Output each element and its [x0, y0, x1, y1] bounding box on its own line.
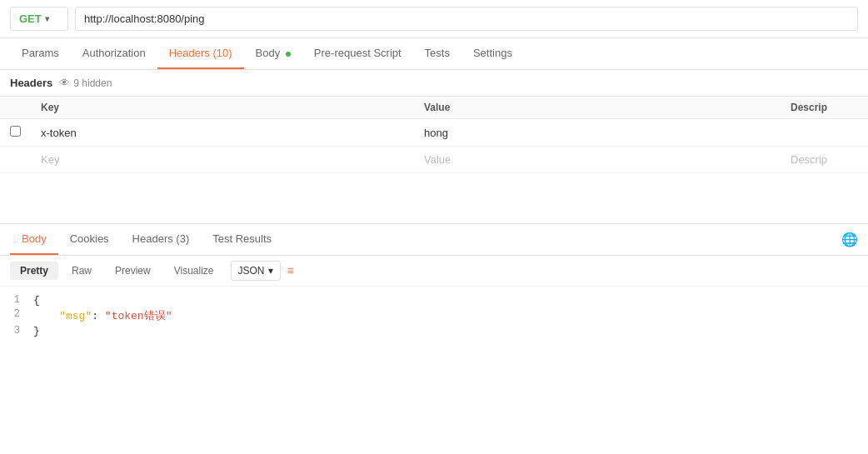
method-chevron: ▾ [45, 14, 49, 23]
row-checkbox[interactable] [10, 126, 21, 137]
hidden-headers-badge[interactable]: 👁 9 hidden [59, 77, 112, 89]
json-response-body: 1 { 2 "msg": "token错误" 3 } [0, 287, 868, 345]
table-row: x-token hong [0, 119, 868, 147]
format-preview[interactable]: Preview [105, 262, 161, 280]
line-num-2: 2 [0, 308, 33, 323]
headers-table: Key Value Descrip x-token hong Key Value… [0, 96, 868, 173]
col-checkbox [0, 97, 31, 119]
col-desc-header: Descrip [781, 97, 868, 119]
tab-tests[interactable]: Tests [413, 38, 461, 69]
row-checkbox-cell[interactable] [0, 119, 31, 147]
json-line-2: 2 "msg": "token错误" [0, 307, 868, 324]
request-tabs: Params Authorization Headers (10) Body P… [0, 38, 868, 70]
line-num-1: 1 [0, 294, 33, 307]
row-value[interactable]: hong [414, 119, 781, 147]
response-tab-cookies[interactable]: Cookies [58, 224, 121, 255]
eye-icon: 👁 [59, 77, 70, 89]
json-colon: : [92, 310, 105, 322]
empty-desc[interactable]: Descrip [781, 147, 868, 173]
json-value-msg: "token错误" [105, 310, 172, 322]
line-num-3: 3 [0, 325, 33, 337]
col-value-header: Value [414, 97, 781, 119]
json-close-brace: } [33, 325, 40, 337]
url-input[interactable] [75, 7, 858, 31]
tab-pre-request[interactable]: Pre-request Script [302, 38, 413, 69]
json-line-3: 3 } [0, 324, 868, 338]
tab-authorization[interactable]: Authorization [71, 38, 157, 69]
method-label: GET [19, 12, 42, 25]
wrap-icon[interactable]: ≡ [287, 264, 294, 277]
format-visualize[interactable]: Visualize [164, 262, 224, 280]
headers-badge: (10) [212, 47, 232, 59]
format-pretty[interactable]: Pretty [10, 262, 58, 280]
row-desc[interactable] [781, 119, 868, 147]
globe-icon[interactable]: 🌐 [841, 232, 858, 247]
response-tab-headers[interactable]: Headers (3) [121, 224, 202, 255]
empty-key[interactable]: Key [31, 147, 414, 173]
tab-params[interactable]: Params [10, 38, 71, 69]
method-selector[interactable]: GET ▾ [10, 7, 68, 31]
response-tab-test-results[interactable]: Test Results [201, 224, 283, 255]
json-key-msg: "msg" [59, 310, 92, 322]
json-indent [33, 310, 59, 322]
json-line-1: 1 { [0, 293, 868, 307]
headers-section-title: Headers 👁 9 hidden [0, 70, 868, 96]
col-key-header: Key [31, 97, 414, 119]
tab-headers[interactable]: Headers (10) [157, 38, 244, 69]
response-tab-right-actions: 🌐 [841, 232, 858, 247]
empty-checkbox-cell [0, 147, 31, 173]
json-open-brace: { [33, 294, 40, 307]
json-line-2-content: "msg": "token错误" [33, 308, 172, 323]
format-raw[interactable]: Raw [62, 262, 102, 280]
body-dot [286, 52, 291, 57]
format-type-select[interactable]: JSON ▾ [231, 261, 281, 281]
response-tabs: Body Cookies Headers (3) Test Results 🌐 [0, 224, 868, 256]
table-row-empty: Key Value Descrip [0, 147, 868, 173]
url-bar: GET ▾ [0, 0, 868, 38]
tab-body[interactable]: Body [244, 38, 302, 69]
response-tab-body[interactable]: Body [10, 224, 58, 255]
tab-settings[interactable]: Settings [461, 38, 524, 69]
format-bar: Pretty Raw Preview Visualize JSON ▾ ≡ [0, 256, 868, 287]
empty-value[interactable]: Value [414, 147, 781, 173]
row-key[interactable]: x-token [31, 119, 414, 147]
